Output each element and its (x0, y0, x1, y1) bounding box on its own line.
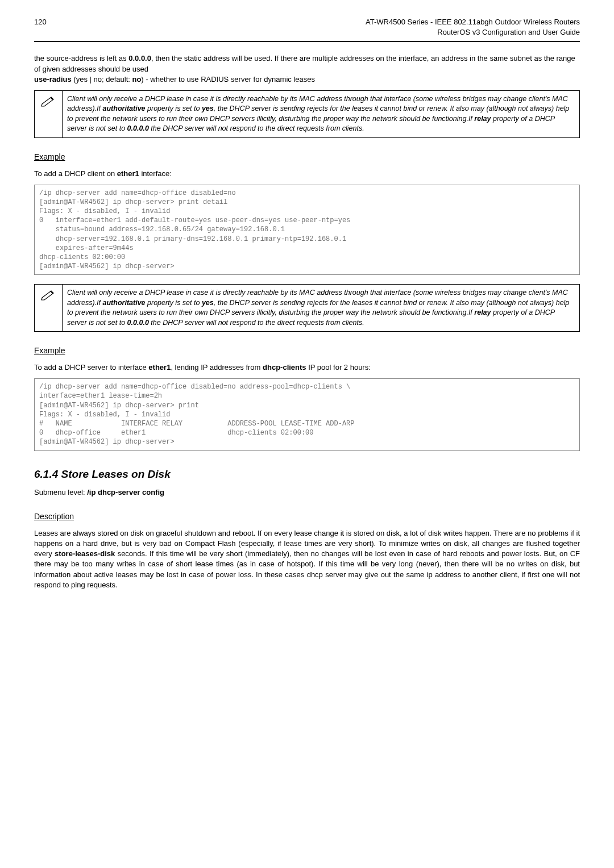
pencil-icon (41, 289, 56, 301)
intro-paragraph: the source-address is left as 0.0.0.0, t… (34, 53, 580, 85)
intro-text-1a: the source-address is left as (34, 54, 128, 62)
desc-b: store-leases-disk (55, 549, 115, 558)
page-header: 120 AT-WR4500 Series - IEEE 802.11abgh O… (34, 17, 580, 40)
desc-c: seconds. If this time will be very short… (34, 549, 580, 589)
intro-text-2d: ) - whether to use RADIUS server for dyn… (141, 75, 315, 84)
code-block-1: /ip dhcp-server add name=dhcp-office dis… (34, 185, 580, 276)
e2-a: To add a DHCP server to interface (34, 363, 148, 372)
e1-b: ether1 (117, 169, 139, 178)
pencil-icon (41, 95, 56, 107)
example-2-heading: Example (34, 345, 580, 357)
header-title-block: AT-WR4500 Series - IEEE 802.11abgh Outdo… (366, 17, 580, 37)
note-box-1: Client will only receive a DHCP lease in… (34, 90, 580, 138)
e1-c: interface: (139, 169, 172, 178)
n1-i: the DHCP server will not respond to the … (149, 124, 364, 132)
code-block-2: /ip dhcp-server add name=dhcp-office dis… (34, 378, 580, 450)
description-heading: Description (34, 511, 580, 523)
n2-h: 0.0.0.0 (127, 319, 149, 327)
e2-c: , lending IP addresses from (171, 363, 263, 372)
note-icon (35, 91, 63, 137)
note-box-2: Client will only receive a DHCP lease in… (34, 284, 580, 332)
intro-bold-2: use-radius (34, 75, 72, 84)
e2-b: ether1 (148, 363, 171, 372)
note-text-2: Client will only receive a DHCP lease in… (63, 285, 579, 331)
intro-bold-1: 0.0.0.0 (128, 54, 151, 62)
header-line-2: RouterOS v3 Configuration and User Guide (366, 27, 580, 37)
example-1-lead: To add a DHCP client on ether1 interface… (34, 169, 580, 179)
submenu-level: Submenu level: /ip dhcp-server config (34, 487, 580, 498)
sub-b: /ip dhcp-server config (87, 488, 164, 496)
n2-f: relay (474, 308, 491, 316)
n2-b: authoritative (103, 299, 146, 307)
n1-b: authoritative (103, 105, 146, 112)
page-number: 120 (34, 17, 47, 37)
header-rule (34, 41, 580, 42)
intro-text-2b: (yes | no; default: (72, 75, 132, 84)
n2-d: yes (202, 299, 214, 307)
intro-bold-3: no (132, 75, 141, 84)
n1-c: property is set to (146, 105, 202, 112)
e2-d: dhcp-clients (263, 363, 306, 372)
description-text: Leases are always stored on disk on grac… (34, 528, 580, 590)
n2-i: the DHCP server will not respond to the … (149, 319, 364, 327)
header-line-1: AT-WR4500 Series - IEEE 802.11abgh Outdo… (366, 17, 580, 27)
n2-c: property is set to (146, 299, 202, 307)
n1-h: 0.0.0.0 (127, 124, 149, 132)
store-leases-heading: 6.1.4 Store Leases on Disk (34, 467, 580, 482)
note-icon-2 (35, 285, 63, 331)
example-1-heading: Example (34, 152, 580, 163)
note-text-1: Client will only receive a DHCP lease in… (63, 91, 579, 137)
sub-a: Submenu level: (34, 488, 87, 496)
e1-a: To add a DHCP client on (34, 169, 117, 178)
e2-e: IP pool for 2 hours: (306, 363, 371, 372)
n1-f: relay (474, 115, 491, 123)
n1-d: yes (202, 105, 214, 112)
example-2-lead: To add a DHCP server to interface ether1… (34, 362, 580, 373)
